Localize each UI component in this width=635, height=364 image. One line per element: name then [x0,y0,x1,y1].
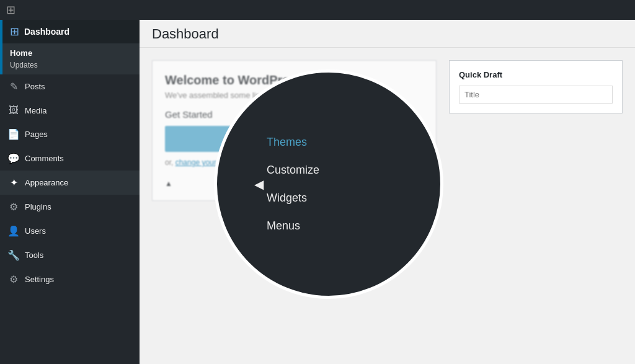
settings-icon: ⚙ [7,273,20,285]
tools-icon: 🔧 [7,249,20,261]
sidebar-item-posts[interactable]: ✎ Posts [0,74,140,99]
appearance-icon: ✦ [7,177,20,189]
plugins-icon: ⚙ [7,201,20,213]
flyout-item-themes[interactable]: Themes [267,128,422,156]
page-title-bar: Dashboard [140,20,635,48]
sidebar-posts-label: Posts [25,82,45,91]
sidebar-home-label[interactable]: Home [2,43,140,60]
sidebar-dashboard-label: Dashboard [24,27,69,37]
sidebar-item-users[interactable]: 👤 Users [0,219,140,243]
admin-bar: ⊞ [0,0,635,20]
sidebar-tools-label: Tools [25,251,43,260]
sidebar-item-media[interactable]: 🖼 Media [0,99,140,122]
quick-draft-title: Quick Draft [459,70,613,79]
sidebar-item-tools[interactable]: 🔧 Tools [0,243,140,267]
sidebar-nav: ✎ Posts 🖼 Media 📄 Pages 💬 Comments ✦ App… [0,74,140,291]
sidebar-pages-label: Pages [25,130,48,139]
sidebar-plugins-label: Plugins [25,202,51,211]
sidebar-comments-label: Comments [25,154,64,163]
sidebar-users-label: Users [25,226,46,236]
dashboard-icon: ⊞ [10,25,19,38]
sidebar-media-label: Media [25,106,47,115]
right-panel: Quick Draft [449,60,623,201]
sidebar-updates-label[interactable]: Updates [2,60,140,74]
sidebar-item-comments[interactable]: 💬 Comments [0,146,140,171]
flyout-back-arrow-icon[interactable]: ◀ [254,177,264,192]
flyout-item-customize[interactable]: Customize [267,156,422,184]
pages-icon: 📄 [7,128,20,140]
media-icon: 🖼 [7,105,20,116]
sidebar-item-pages[interactable]: 📄 Pages [0,122,140,146]
collapse-arrow-icon[interactable]: ▲ [165,179,172,188]
users-icon: 👤 [7,225,20,237]
posts-icon: ✎ [7,81,20,92]
sidebar-home-section: Home Updates [0,43,140,74]
sidebar-appearance-label: Appearance [25,178,68,187]
quick-draft-panel: Quick Draft [449,60,623,113]
quick-draft-title-input[interactable] [459,86,613,104]
sidebar-item-plugins[interactable]: ⚙ Plugins [0,195,140,219]
page-title: Dashboard [152,26,623,42]
main-content: Dashboard Welcome to WordPress! We've as… [140,20,635,364]
sidebar-dashboard-header[interactable]: ⊞ Dashboard [0,20,140,43]
flyout-item-menus[interactable]: Menus [267,212,422,240]
flyout-overlay: ◀ Themes Customize Widgets Menus [214,69,443,299]
sidebar-item-appearance[interactable]: ✦ Appearance [0,171,140,195]
sidebar: ⊞ Dashboard Home Updates ✎ Posts 🖼 Media… [0,20,140,364]
flyout-item-widgets[interactable]: Widgets [267,184,422,212]
flyout-circle: ◀ Themes Customize Widgets Menus [214,69,443,299]
sidebar-settings-label: Settings [25,275,54,284]
sidebar-item-settings[interactable]: ⚙ Settings [0,267,140,291]
comments-icon: 💬 [7,153,20,164]
wp-logo-icon: ⊞ [6,3,16,17]
